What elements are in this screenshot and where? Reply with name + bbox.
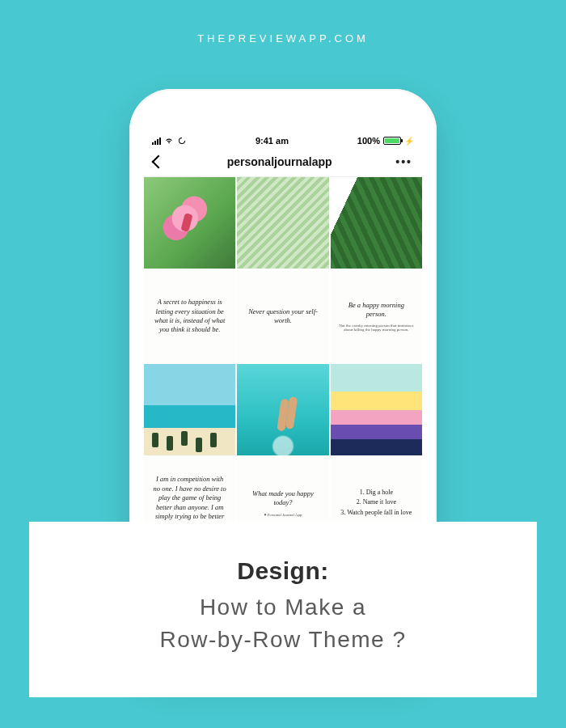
caption-subtitle: How to Make a Row-by-Row Theme ? <box>61 591 505 657</box>
profile-navbar: personaljournalapp ••• <box>144 149 422 177</box>
wifi-icon <box>164 136 174 146</box>
list-line: 1. Dig a hole <box>360 488 393 498</box>
battery-icon <box>383 137 401 145</box>
brand-watermark: THEPREVIEWAPP.COM <box>0 32 566 44</box>
signal-icon <box>152 138 161 145</box>
charging-icon: ⚡ <box>404 137 414 146</box>
caption-heading: Design: <box>61 557 505 585</box>
quote-subtext: ♥ Personal Journal App <box>264 513 302 517</box>
post-photo-lagoon[interactable] <box>237 364 328 455</box>
post-photo-sunset[interactable] <box>331 364 422 455</box>
back-icon[interactable] <box>152 155 166 169</box>
feed-grid: A secret to happiness is letting every s… <box>144 177 422 548</box>
list-line: 2. Name it love <box>357 497 396 508</box>
quote-text: What made you happy today? <box>245 489 320 508</box>
post-quote[interactable]: A secret to happiness is letting every s… <box>144 270 235 362</box>
loading-icon <box>177 136 187 146</box>
quote-text: Be a happy morning person. <box>339 301 414 320</box>
more-icon[interactable]: ••• <box>395 155 412 168</box>
list-line: 3. Watch people fall in love <box>340 508 412 518</box>
post-photo-hibiscus[interactable] <box>144 177 235 269</box>
quote-text: A secret to happiness is letting every s… <box>152 298 227 335</box>
quote-subtext: Not the cranky morning person that fanta… <box>339 324 414 332</box>
status-bar: 9:41 am 100% ⚡ <box>144 131 422 149</box>
post-quote[interactable]: Never question your self-worth. <box>237 270 328 362</box>
quote-text: Never question your self-worth. <box>245 307 320 326</box>
post-quote[interactable]: Be a happy morning person. Not the crank… <box>331 270 422 362</box>
post-photo-banana-leaf[interactable] <box>331 177 422 269</box>
post-photo-palm[interactable] <box>237 177 328 269</box>
post-photo-beach[interactable] <box>144 364 235 455</box>
status-time: 9:41 am <box>256 136 289 146</box>
profile-username[interactable]: personaljournalapp <box>227 155 332 168</box>
caption-card: Design: How to Make a Row-by-Row Theme ? <box>29 522 537 697</box>
battery-percent: 100% <box>357 136 380 146</box>
